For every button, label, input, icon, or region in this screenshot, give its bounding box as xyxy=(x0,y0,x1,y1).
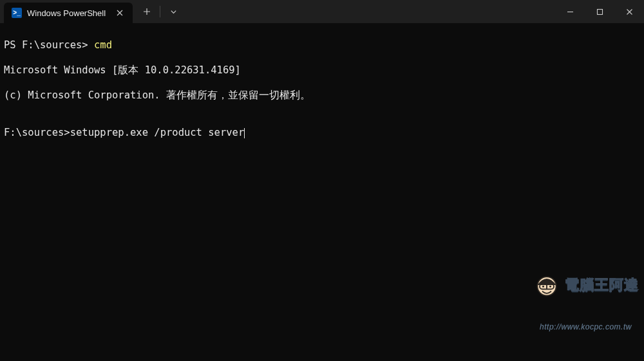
svg-point-4 xyxy=(542,285,544,287)
terminal-line: PS F:\sources> cmd xyxy=(4,39,639,51)
close-window-button[interactable] xyxy=(614,0,644,23)
window-controls xyxy=(555,0,644,23)
tab-close-button[interactable] xyxy=(113,6,126,19)
divider xyxy=(160,6,160,17)
svg-point-1 xyxy=(537,277,556,295)
terminal-window: >_ Windows PowerShell xyxy=(0,0,644,361)
terminal-line: Microsoft Windows [版本 10.0.22631.4169] xyxy=(4,64,639,77)
tab-powershell[interactable]: >_ Windows PowerShell xyxy=(4,3,133,23)
svg-rect-2 xyxy=(540,284,554,289)
ps-prompt: PS F:\sources> xyxy=(4,39,94,51)
minimize-icon xyxy=(567,8,574,15)
close-icon xyxy=(626,8,633,15)
powershell-icon: >_ xyxy=(12,8,22,18)
terminal-line: (c) Microsoft Corporation. 著作權所有，並保留一切權利… xyxy=(4,89,639,102)
terminal-body[interactable]: PS F:\sources> cmd Microsoft Windows [版本… xyxy=(0,23,644,361)
maximize-button[interactable] xyxy=(585,0,614,23)
cmd-prompt: F:\sources> xyxy=(4,127,70,138)
maximize-icon xyxy=(596,8,603,15)
plus-icon xyxy=(143,8,151,15)
cursor xyxy=(244,128,245,138)
titlebar: >_ Windows PowerShell xyxy=(0,0,644,23)
ps-command: cmd xyxy=(94,39,112,51)
tab-dropdown-button[interactable] xyxy=(163,3,184,21)
close-icon xyxy=(117,10,123,16)
watermark-brand: 電腦王阿達 xyxy=(565,276,639,294)
watermark: 電腦王阿達 http://www.kocpc.com.tw xyxy=(533,246,639,357)
tab-title: Windows PowerShell xyxy=(27,8,108,18)
tabstrip xyxy=(133,0,555,23)
svg-rect-0 xyxy=(597,9,602,14)
terminal-line: F:\sources>setupprep.exe /product server xyxy=(4,127,639,139)
svg-point-5 xyxy=(549,285,551,287)
minimize-button[interactable] xyxy=(555,0,585,23)
mascot-icon xyxy=(533,271,561,299)
new-tab-button[interactable] xyxy=(137,3,157,21)
cmd-input: setupprep.exe /product server xyxy=(70,127,245,138)
chevron-down-icon xyxy=(170,8,177,15)
watermark-url: http://www.kocpc.com.tw xyxy=(533,322,639,332)
